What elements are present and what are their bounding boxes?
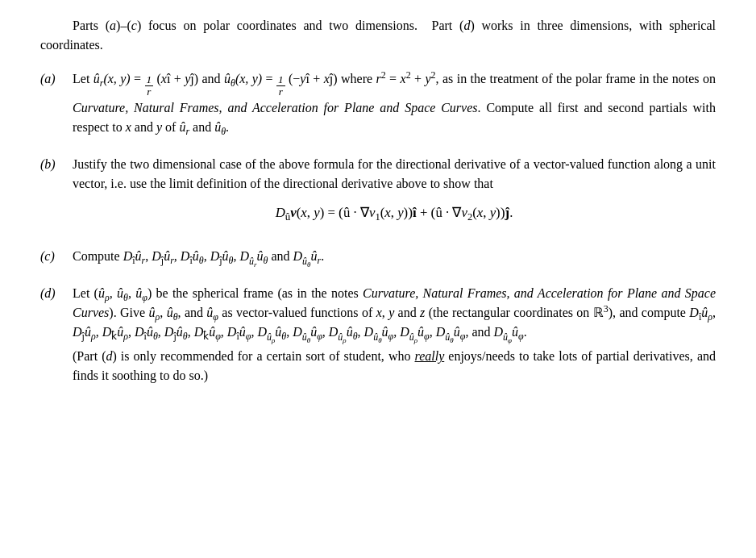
intro-text: Parts (a)–(c) focus on polar coordinates… xyxy=(40,16,716,55)
part-a-label: (a) xyxy=(40,69,73,89)
part-d: (d) Let (ûρ, ûθ, ûφ) be the spherical fr… xyxy=(40,284,716,390)
part-c-content: Compute Dîûr, Dĵûr, Dîûθ, Dĵûθ, Dûrûθ an… xyxy=(73,247,716,271)
part-b: (b) Justify the two dimensional case of … xyxy=(40,155,716,234)
part-d-content: Let (ûρ, ûθ, ûφ) be the spherical frame … xyxy=(73,284,716,390)
part-a: (a) Let ûr(x, y) = 1 r (xî + yĵ) and ûθ(… xyxy=(40,69,716,142)
part-d-label: (d) xyxy=(40,284,73,303)
page-content: Parts (a)–(c) focus on polar coordinates… xyxy=(40,16,716,390)
part-d-text-2: (Part (d) is only recommended for a cert… xyxy=(73,347,716,385)
part-a-text: Let ûr(x, y) = 1 r (xî + yĵ) and ûθ(x, y… xyxy=(73,69,716,137)
part-b-text: Justify the two dimensional case of the … xyxy=(73,155,716,194)
part-c: (c) Compute Dîûr, Dĵûr, Dîûθ, Dĵûθ, Dûrû… xyxy=(40,247,716,271)
part-b-label: (b) xyxy=(40,155,73,174)
part-c-text: Compute Dîûr, Dĵûr, Dîûθ, Dĵûθ, Dûrûθ an… xyxy=(73,247,716,266)
part-b-content: Justify the two dimensional case of the … xyxy=(73,155,716,234)
part-a-content: Let ûr(x, y) = 1 r (xî + yĵ) and ûθ(x, y… xyxy=(73,69,716,142)
part-d-text-1: Let (ûρ, ûθ, ûφ) be the spherical frame … xyxy=(73,284,716,342)
part-c-label: (c) xyxy=(40,247,73,266)
part-b-formula: Dûv(x, y) = (û · ∇v1(x, y))î + (û · ∇v2(… xyxy=(73,202,716,223)
